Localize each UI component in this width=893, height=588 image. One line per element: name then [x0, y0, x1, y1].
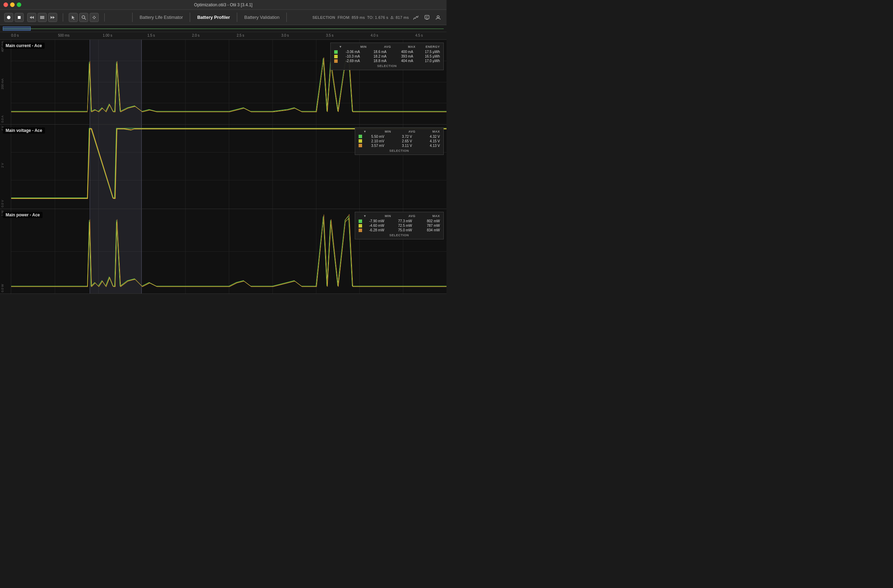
legend-vmax-0: 4.32 V: [419, 135, 440, 138]
legend-voltage-footer: SELECTION: [359, 149, 440, 152]
legend-vmin-1: 2.10 mV: [364, 139, 385, 143]
svg-marker-8: [53, 16, 55, 19]
legend-energy-1: 16.5 μWh: [419, 54, 440, 58]
separator-1: [63, 13, 63, 22]
overview-selection[interactable]: [3, 27, 31, 31]
select-tool[interactable]: [69, 13, 78, 22]
legend-max-1: 393 mA: [392, 54, 413, 58]
legend-pcolor-orange: [359, 229, 362, 232]
chart-label-voltage: Main voltage - Ace: [3, 127, 45, 134]
chart-content-current[interactable]: ▼ MIN AVG MAX ENERGY -3.06 mA 18.6 mA 40…: [11, 40, 446, 124]
chart-icon[interactable]: [412, 13, 420, 22]
legend-energy-2: 17.0 μWh: [419, 59, 440, 63]
time-label-5: 2.5 s: [236, 33, 244, 38]
legend-current-row-1: -10.3 mA 18.2 mA 393 mA 16.5 μWh: [334, 54, 440, 58]
minimize-button[interactable]: [10, 3, 15, 7]
channels-button[interactable]: [38, 13, 47, 22]
svg-point-20: [437, 16, 439, 18]
legend-pmin-1: -4.60 mW: [364, 224, 385, 227]
legend-pmax-1: 787 mW: [419, 224, 440, 227]
y-label-0a: 0.0 A: [1, 116, 10, 123]
legend-current-row-2: -2.69 mA 18.8 mA 404 mA 17.0 μWh: [334, 59, 440, 63]
chart-content-voltage[interactable]: ▼ MIN AVG MAX 5.50 mV 3.72 V 4.32 V: [11, 125, 446, 209]
svg-marker-13: [93, 18, 95, 19]
chart-main-current[interactable]: 400 mA 200 mA 0.0 A: [0, 40, 446, 125]
chart-label-current: Main current - Ace: [3, 42, 45, 49]
close-button[interactable]: [3, 3, 8, 7]
legend-pavg-2: 75.0 mW: [391, 228, 412, 232]
legend-min-1: -10.3 mA: [339, 54, 360, 58]
legend-col-min: MIN: [342, 45, 367, 48]
legend-vals-1: -10.3 mA 18.2 mA 393 mA 16.5 μWh: [339, 54, 440, 58]
legend-pcol-min: MIN: [367, 214, 391, 218]
maximize-button[interactable]: [17, 3, 21, 7]
svg-marker-14: [92, 17, 93, 18]
overview-bar[interactable]: [0, 25, 446, 32]
y-axis-current: 400 mA 200 mA 0.0 A: [0, 40, 11, 124]
legend-chevron-v: ▼: [364, 130, 367, 133]
legend-vvals-2: 3.57 mV 3.11 V 4.13 V: [364, 144, 440, 147]
legend-vmin-0: 5.50 mV: [364, 135, 385, 138]
prev-button[interactable]: [27, 13, 36, 22]
toolbar-playback-buttons: [27, 13, 57, 22]
chart-main-voltage[interactable]: 4 V 2 V 0.0 V: [0, 125, 446, 209]
legend-pmax-0: 802 mW: [419, 219, 440, 223]
legend-max-0: 400 mA: [392, 50, 413, 54]
svg-rect-4: [40, 16, 44, 17]
legend-pcolor-yellow: [359, 224, 362, 227]
time-label-0: 0.0 s: [11, 33, 19, 38]
legend-pmax-2: 834 mW: [419, 228, 440, 232]
y-axis-power: 1 W 0.0 W: [0, 209, 11, 293]
chart-main-power[interactable]: 1 W 0.0 W: [0, 209, 446, 294]
legend-pmin-0: -7.90 mW: [364, 219, 385, 223]
time-label-7: 3.5 s: [326, 33, 334, 38]
legend-power: ▼ MIN AVG MAX -7.90 mW 77.3 mW 802 mW: [355, 212, 444, 239]
next-button[interactable]: [48, 13, 57, 22]
legend-min-0: -3.06 mA: [339, 50, 360, 54]
legend-pavg-1: 72.5 mW: [391, 224, 412, 227]
svg-marker-12: [93, 16, 95, 17]
legend-current: ▼ MIN AVG MAX ENERGY -3.06 mA 18.6 mA 40…: [330, 42, 444, 70]
svg-rect-6: [40, 18, 44, 19]
time-axis: 0.0 s 500 ms 1.00 s 1.5 s 2.0 s 2.5 s 3.…: [0, 32, 446, 40]
tab-battery-profiler[interactable]: Battery Profiler: [190, 12, 237, 22]
time-label-4: 2.0 s: [192, 33, 200, 38]
legend-vmax-2: 4.13 V: [419, 144, 440, 147]
legend-current-footer: SELECTION: [334, 64, 440, 68]
title-bar: Optimization.otii3 - Otii 3 [3.4.1]: [0, 0, 446, 10]
legend-pvals-1: -4.60 mW 72.5 mW 787 mW: [364, 224, 440, 227]
chart-content-power[interactable]: ▼ MIN AVG MAX -7.90 mW 77.3 mW 802 mW: [11, 209, 446, 293]
record-button[interactable]: [4, 13, 13, 22]
tab-battery-validation[interactable]: Battery Validation: [237, 12, 287, 22]
overview-line: [3, 29, 444, 29]
selection-info: SELECTION FROM: 859 ms TO: 1.676 s Δ: 81…: [312, 15, 409, 20]
selection-from: FROM: 859 ms: [338, 15, 365, 20]
legend-energy-0: 17.5 μWh: [419, 50, 440, 54]
move-tool[interactable]: [90, 13, 99, 22]
user-icon[interactable]: [434, 13, 442, 22]
main-content: 0.0 s 500 ms 1.00 s 1.5 s 2.0 s 2.5 s 3.…: [0, 25, 446, 294]
legend-avg-0: 18.6 mA: [365, 50, 386, 54]
legend-col-max: MAX: [391, 45, 415, 48]
selection-label: SELECTION: [312, 15, 335, 20]
legend-vavg-2: 3.11 V: [391, 144, 412, 147]
tab-battery-life-estimator[interactable]: Battery Life Estimator: [132, 12, 190, 22]
legend-vcolor-orange: [359, 144, 362, 147]
notification-icon[interactable]: [423, 13, 431, 22]
legend-vcolor-yellow: [359, 139, 362, 143]
legend-power-footer: SELECTION: [359, 233, 440, 237]
legend-pvals-2: -6.28 mW 75.0 mW 834 mW: [364, 228, 440, 232]
legend-chevron-p: ▼: [364, 214, 367, 218]
svg-rect-5: [40, 17, 44, 18]
chart-label-power: Main power - Ace: [3, 212, 42, 218]
time-label-1: 500 ms: [58, 33, 69, 38]
stop-button[interactable]: [15, 13, 24, 22]
toolbar-tool-buttons: [69, 13, 99, 22]
time-label-6: 3.0 s: [281, 33, 289, 38]
legend-max-2: 404 mA: [392, 59, 413, 63]
svg-point-10: [82, 16, 85, 18]
svg-rect-16: [425, 15, 429, 19]
nav-tabs: Battery Life Estimator Battery Profiler …: [110, 12, 309, 22]
search-tool[interactable]: [79, 13, 88, 22]
window-controls: [3, 3, 21, 7]
